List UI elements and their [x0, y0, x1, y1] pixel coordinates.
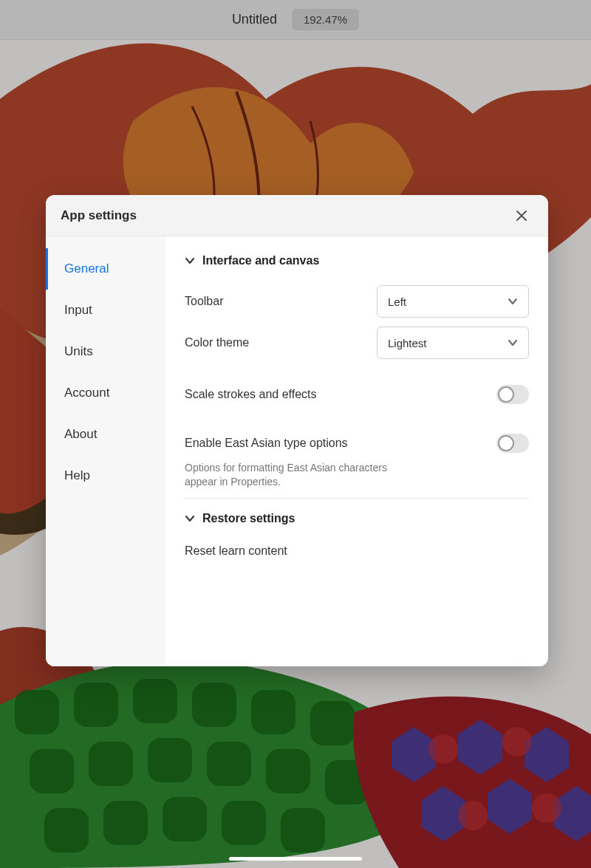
- chevron-down-icon: [185, 513, 195, 524]
- east-asian-description: Options for formatting East Asian charac…: [185, 461, 421, 489]
- sidebar-item-input[interactable]: Input: [46, 290, 165, 331]
- color-theme-label: Color theme: [185, 336, 249, 349]
- color-theme-select-value: Lightest: [388, 337, 427, 349]
- color-theme-select[interactable]: Lightest: [377, 327, 529, 359]
- reset-learn-content-button[interactable]: Reset learn content: [185, 539, 529, 564]
- home-indicator: [229, 857, 362, 861]
- chevron-down-icon: [508, 296, 518, 307]
- toolbar-label: Toolbar: [185, 295, 223, 308]
- section-title: Restore settings: [202, 512, 295, 525]
- section-interface-and-canvas[interactable]: Interface and canvas: [185, 254, 529, 267]
- modal-title: App settings: [61, 208, 137, 223]
- sidebar-item-general[interactable]: General: [46, 248, 165, 290]
- toggle-knob: [498, 435, 514, 451]
- section-restore-settings[interactable]: Restore settings: [185, 512, 529, 525]
- chevron-down-icon: [508, 338, 518, 348]
- close-icon: [516, 210, 527, 222]
- close-button[interactable]: [510, 204, 533, 228]
- sidebar-item-about[interactable]: About: [46, 414, 165, 455]
- chevron-down-icon: [185, 256, 195, 266]
- section-title: Interface and canvas: [202, 254, 319, 267]
- settings-content: Interface and canvas Toolbar Left Color …: [165, 236, 548, 666]
- scale-strokes-toggle[interactable]: [496, 385, 529, 404]
- modal-header: App settings: [46, 195, 548, 236]
- row-east-asian: Enable East Asian type options: [185, 423, 529, 464]
- toolbar-select[interactable]: Left: [377, 285, 529, 318]
- row-scale-strokes: Scale strokes and effects: [185, 374, 529, 415]
- east-asian-label: Enable East Asian type options: [185, 437, 348, 450]
- east-asian-toggle[interactable]: [496, 434, 529, 453]
- toolbar-select-value: Left: [388, 295, 406, 308]
- sidebar-item-units[interactable]: Units: [46, 331, 165, 372]
- section-divider: [185, 498, 529, 499]
- scale-strokes-label: Scale strokes and effects: [185, 388, 316, 401]
- sidebar-item-help[interactable]: Help: [46, 455, 165, 496]
- toggle-knob: [498, 386, 514, 403]
- sidebar-item-account[interactable]: Account: [46, 372, 165, 414]
- app-settings-modal: App settings General Input Units Account…: [46, 195, 548, 666]
- row-color-theme: Color theme Lightest: [185, 322, 529, 363]
- row-toolbar: Toolbar Left: [185, 281, 529, 322]
- settings-sidebar: General Input Units Account About Help: [46, 236, 165, 666]
